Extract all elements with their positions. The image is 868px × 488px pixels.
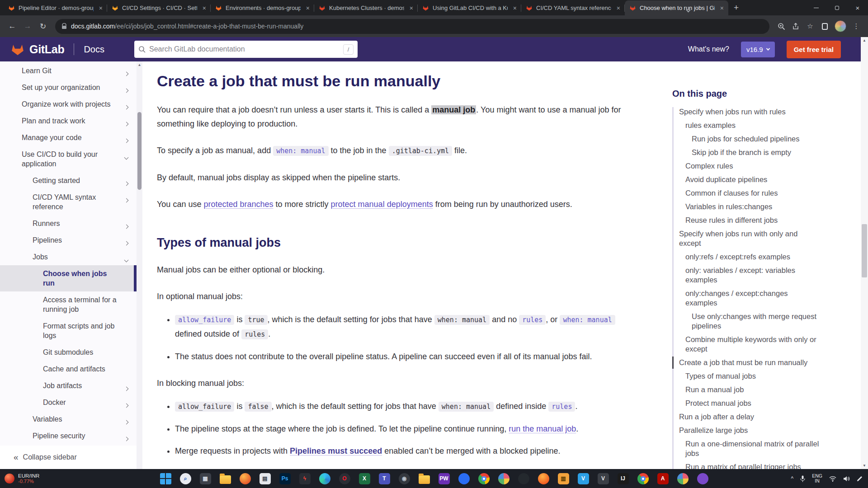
inline-link[interactable]: protect manual deployments [331, 200, 433, 209]
inline-code-link[interactable]: when: manual [273, 146, 328, 156]
excel-icon[interactable]: X [359, 473, 370, 484]
scroll-up-icon[interactable]: ▲ [861, 38, 868, 42]
toc-item[interactable]: rules examples [685, 121, 821, 130]
inline-link[interactable]: run the manual job [509, 424, 576, 433]
sidebar-item[interactable]: Job artifacts [0, 381, 137, 390]
toc-item[interactable]: Variables in rules:changes [685, 202, 821, 211]
photoshop-icon[interactable]: Ps [279, 473, 291, 484]
toc-item[interactable]: Parallelize large jobs [679, 426, 815, 435]
sidebar-item[interactable]: Format scripts and job logs [0, 321, 137, 340]
inline-link[interactable]: protected branches [203, 200, 273, 209]
sidebar-item[interactable]: Pipeline security [0, 431, 137, 441]
inline-code-link[interactable]: rules [548, 402, 575, 412]
browser-tab[interactable]: CI/CD YAML syntax reference |× [521, 0, 625, 15]
firefox-icon[interactable] [240, 473, 251, 484]
address-bar[interactable]: docs.gitlab.com/ee/ci/jobs/job_control.h… [55, 19, 769, 34]
sidebar-item[interactable]: Pipelines [0, 235, 137, 245]
chart-app-icon[interactable]: ▥ [558, 473, 569, 484]
browser-tab[interactable]: CI/CD Settings · CI/CD · Setting× [107, 0, 211, 15]
docs-search[interactable]: / [134, 41, 358, 58]
toc-item[interactable]: Common if clauses for rules [685, 188, 821, 198]
pen-icon[interactable] [857, 476, 863, 482]
inline-code-link[interactable]: when: manual [560, 315, 615, 325]
sidebar-item[interactable]: Set up your organization [0, 83, 137, 92]
toc-item[interactable]: only: variables / except: variables exam… [685, 266, 821, 285]
reload-button[interactable]: ↻ [35, 19, 51, 34]
opera-icon[interactable]: O [339, 473, 350, 484]
browser-menu-icon[interactable]: ⋮ [849, 19, 863, 34]
blue-app-icon[interactable] [458, 473, 470, 484]
toc-item[interactable]: Run a matrix of parallel trigger jobs [685, 462, 821, 469]
close-tab-icon[interactable]: × [304, 5, 311, 12]
version-dropdown[interactable]: v16.9 [741, 42, 775, 57]
sidebar-item[interactable]: Use CI/CD to build your application [0, 150, 137, 169]
wifi-icon[interactable] [829, 476, 836, 482]
camera-app-icon[interactable]: ◉ [399, 473, 410, 484]
gitlab-logo[interactable]: GitLab Docs [10, 42, 104, 56]
share-icon[interactable] [788, 19, 803, 34]
teams-icon[interactable]: T [379, 473, 390, 484]
back-button[interactable]: ← [5, 19, 20, 34]
flame-app-icon[interactable] [538, 473, 549, 484]
toc-item[interactable]: Run a manual job [685, 385, 821, 394]
inline-code-link[interactable]: allow_failure [175, 315, 234, 325]
minimize-button[interactable] [806, 0, 826, 15]
media-app-icon[interactable] [697, 473, 708, 484]
task-view-icon[interactable]: ▦ [200, 473, 211, 484]
sidebar-scrollbar-thumb[interactable] [137, 112, 142, 190]
inline-link[interactable]: Pipelines must succeed [290, 446, 382, 455]
toc-item[interactable]: only:changes / except:changes examples [685, 289, 821, 308]
github-desktop-icon[interactable] [518, 473, 529, 484]
sidebar-item[interactable]: Variables [0, 414, 137, 424]
start-button[interactable] [160, 473, 171, 484]
browser-tab[interactable]: Using GitLab CI/CD with a Kube× [418, 0, 521, 15]
toc-item[interactable]: Use only:changes with merge request pipe… [692, 312, 827, 331]
sidebar-item[interactable]: Runners [0, 219, 137, 228]
intellij-icon[interactable]: IJ [618, 473, 629, 484]
sidebar-item[interactable]: Manage your code [0, 133, 137, 142]
toc-item[interactable]: Run a job after a delay [679, 412, 815, 422]
toc-item[interactable]: Protect manual jobs [685, 399, 821, 408]
toc-item[interactable]: Specify when jobs run with only and exce… [679, 229, 815, 248]
sidebar-item[interactable]: Access a terminal for a running job [0, 295, 137, 314]
side-panel-icon[interactable] [817, 19, 832, 34]
acrobat-pdf-icon[interactable]: A [657, 473, 669, 484]
edge-icon[interactable] [319, 473, 330, 484]
sidebar-item[interactable]: Organize work with projects [0, 99, 137, 109]
browser-tab[interactable]: Kubernetes Clusters · demos-g× [314, 0, 418, 15]
toc-item[interactable]: Create a job that must be run manually [679, 358, 815, 367]
sidebar-item[interactable]: Learn Git [0, 66, 137, 75]
sidebar-item[interactable]: Git submodules [0, 347, 137, 357]
close-tab-icon[interactable]: × [97, 5, 104, 12]
toc-item[interactable]: Types of manual jobs [685, 371, 821, 381]
scroll-up-icon[interactable]: ▲ [137, 63, 142, 67]
downloads-folder-icon[interactable] [419, 475, 430, 484]
sidebar-item[interactable]: CI/CD YAML syntax reference [0, 192, 137, 211]
microphone-icon[interactable] [800, 475, 805, 482]
forward-button[interactable]: → [20, 19, 35, 34]
sidebar-item[interactable]: Docker [0, 398, 137, 407]
pw-app-icon[interactable]: PW [439, 473, 450, 484]
sidebar-item[interactable]: Cache and artifacts [0, 364, 137, 374]
toc-item[interactable]: Run a one-dimensional matrix of parallel… [685, 439, 821, 458]
taskbar-widget[interactable]: EUR/INR -0.77% [5, 473, 39, 484]
collapse-sidebar-button[interactable]: « Collapse sidebar [0, 446, 137, 469]
sidebar-item[interactable]: Jobs [0, 252, 137, 262]
bookmark-star-icon[interactable]: ☆ [803, 19, 817, 34]
toc-item[interactable]: Reuse rules in different jobs [685, 216, 821, 225]
close-tab-icon[interactable]: × [201, 5, 208, 12]
language-indicator[interactable]: ENG IN [812, 474, 822, 483]
scroll-down-icon[interactable]: ▼ [861, 464, 868, 468]
whats-new-link[interactable]: What's new? [688, 45, 729, 53]
zoom-icon[interactable] [774, 19, 788, 34]
page-scrollbar-thumb[interactable] [862, 224, 867, 277]
calculator-icon[interactable]: ▤ [259, 473, 271, 484]
browser-tab[interactable]: Environments · demos-group /× [211, 0, 314, 15]
toc-item[interactable]: Combine multiple keywords with only or e… [685, 335, 821, 354]
close-tab-icon[interactable]: × [718, 5, 726, 12]
toc-item[interactable]: only:refs / except:refs examples [685, 252, 821, 262]
hidden-icons-chevron[interactable]: ^ [791, 475, 794, 482]
browser-tab[interactable]: Pipeline Editor · demos-group /× [4, 0, 107, 15]
page-scrollbar[interactable]: ▲ ▼ [861, 37, 868, 469]
inline-code-link[interactable]: rules [519, 315, 546, 325]
